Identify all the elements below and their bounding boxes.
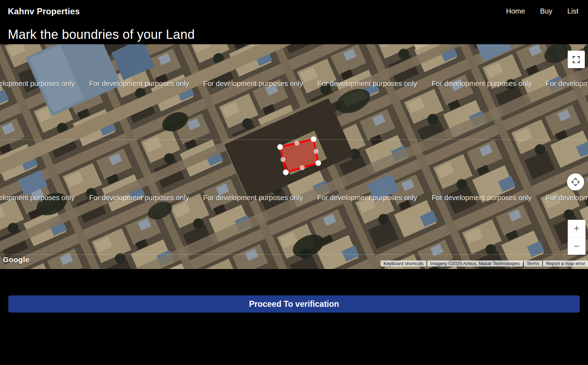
imagery-credit: Imagery ©2025 Airbus, Maxar Technologies: [427, 260, 522, 267]
proceed-to-verification-button[interactable]: Proceed To verification: [8, 295, 580, 313]
land-polygon-layer: [0, 44, 588, 269]
vertex-handle[interactable]: [315, 160, 321, 166]
vertex-handle[interactable]: [311, 136, 316, 142]
terms-link[interactable]: Terms: [524, 260, 542, 267]
fullscreen-button[interactable]: [568, 51, 585, 68]
edge-midpoint-handle[interactable]: [294, 141, 299, 146]
edge-midpoint-handle[interactable]: [314, 149, 319, 154]
zoom-in-button[interactable]: +: [568, 220, 586, 237]
nav-item-home[interactable]: Home: [506, 7, 525, 15]
report-map-error-link[interactable]: Report a map error: [543, 260, 588, 267]
pan-control-button[interactable]: [567, 173, 584, 191]
pan-arrows-icon: [570, 176, 581, 188]
nav-item-list[interactable]: List: [567, 7, 578, 15]
satellite-map[interactable]: For development purposes only For develo…: [0, 44, 588, 269]
nav-item-buy[interactable]: Buy: [540, 7, 552, 15]
page-title: Mark the boundries of your Land: [8, 27, 195, 42]
brand-title: Kahnv Properties: [8, 6, 80, 16]
keyboard-shortcuts-button[interactable]: Keyboard shortcuts: [381, 260, 426, 267]
zoom-out-button[interactable]: −: [568, 238, 586, 255]
vertex-handle[interactable]: [283, 169, 289, 175]
page: { "page": { "background_color": "#000000…: [0, 0, 588, 365]
main-nav: Home Buy List: [506, 7, 578, 15]
fullscreen-icon: [572, 56, 580, 64]
zoom-control: + −: [568, 220, 586, 255]
google-logo[interactable]: Google: [3, 255, 30, 264]
map-attribution-bar: Keyboard shortcuts Imagery ©2025 Airbus,…: [381, 260, 588, 267]
edge-midpoint-handle[interactable]: [280, 157, 285, 162]
vertex-handle[interactable]: [277, 144, 283, 150]
edge-midpoint-handle[interactable]: [300, 165, 305, 170]
